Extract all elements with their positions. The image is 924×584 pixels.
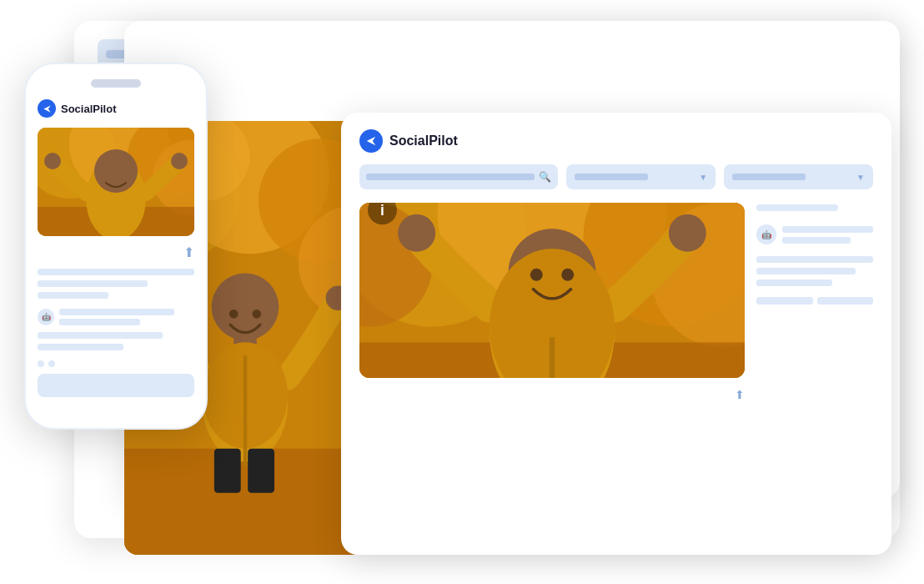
front-dropdown-2[interactable]: ▼ [724, 164, 873, 189]
front-logo-icon [359, 129, 383, 153]
phone-dot-2 [48, 360, 55, 367]
front-sidebar-bot-lines [782, 226, 873, 244]
phone-line-2 [38, 280, 148, 287]
phone-bot-line-1 [59, 309, 174, 315]
front-sidebar-btn-2[interactable] [817, 297, 874, 305]
phone-content-lines [38, 269, 194, 299]
phone-bot-lines [59, 309, 194, 325]
front-chevron-1: ▼ [699, 173, 707, 182]
phone-bot-icon: 🤖 [38, 309, 54, 325]
front-sidebar-cline-3 [756, 279, 832, 286]
phone-panel: SocialPilot [24, 63, 241, 563]
svg-point-18 [252, 310, 261, 319]
front-search-icon: 🔍 [539, 171, 551, 183]
front-share-row: ⬆ [359, 388, 745, 401]
front-sidebar-cline-2 [756, 268, 856, 274]
phone-dot-row [38, 360, 194, 367]
front-sidebar-bot-item: 🤖 [756, 224, 873, 244]
front-sidebar-cline-1 [756, 256, 873, 263]
phone-action-button[interactable] [38, 374, 194, 397]
front-sidebar: 🤖 [756, 203, 873, 401]
phone-extra-line-2 [38, 344, 123, 350]
phone-line-3 [38, 292, 108, 299]
front-sidebar-bot-icon: 🤖 [756, 224, 776, 244]
phone-logo-icon [38, 99, 56, 118]
front-content: i ⬆ 🤖 [359, 203, 873, 401]
front-sidebar-btn-1[interactable] [756, 297, 813, 305]
phone-post-image [38, 128, 194, 236]
phone-bot-line-2 [59, 319, 140, 325]
front-logo-row: SocialPilot [359, 129, 873, 153]
front-search-line [366, 174, 535, 180]
front-main-area: i ⬆ [359, 203, 745, 401]
phone-photo [38, 128, 194, 236]
front-search-input[interactable]: 🔍 [359, 164, 558, 189]
front-chevron-2: ▼ [856, 173, 865, 182]
phone-line-1 [38, 269, 194, 275]
svg-point-46 [561, 269, 574, 281]
front-sidebar-top-line [756, 204, 838, 211]
phone-dot-1 [38, 360, 44, 367]
svg-point-28 [171, 153, 188, 169]
svg-point-45 [530, 269, 543, 281]
phone-body: SocialPilot [24, 63, 208, 430]
front-logo-text: SocialPilot [389, 133, 458, 149]
phone-logo-text: SocialPilot [61, 103, 116, 115]
phone-bot-item: 🤖 [38, 309, 194, 325]
svg-point-39 [398, 214, 435, 252]
svg-point-40 [669, 214, 706, 252]
front-panel: SocialPilot 🔍 ▼ ▼ [341, 113, 891, 555]
phone-notch [91, 79, 141, 88]
front-sel-line-2 [732, 174, 805, 180]
svg-rect-16 [248, 449, 274, 493]
front-sidebar-buttons [756, 297, 873, 305]
front-share-icon[interactable]: ⬆ [735, 388, 745, 401]
front-photo: i [359, 203, 745, 378]
front-sidebar-line-1 [782, 226, 873, 233]
phone-share-icon[interactable]: ⬆ [183, 244, 194, 260]
front-sel-line-1 [575, 174, 647, 180]
front-toolbar: 🔍 ▼ ▼ [359, 164, 873, 189]
front-post-image: i [359, 203, 745, 378]
phone-extra-lines [38, 332, 194, 350]
scene: SocialPilot ✓ Approve To Publish 🔍 ▼ ▼ [24, 21, 900, 563]
front-sidebar-line-2 [782, 237, 851, 244]
phone-share-row: ⬆ [38, 244, 194, 260]
front-dropdown-1[interactable]: ▼ [566, 164, 716, 189]
phone-extra-line-1 [38, 332, 163, 339]
front-sidebar-content-lines [756, 256, 873, 286]
svg-text:i: i [380, 203, 384, 219]
svg-point-27 [44, 153, 61, 169]
phone-logo: SocialPilot [38, 99, 194, 118]
